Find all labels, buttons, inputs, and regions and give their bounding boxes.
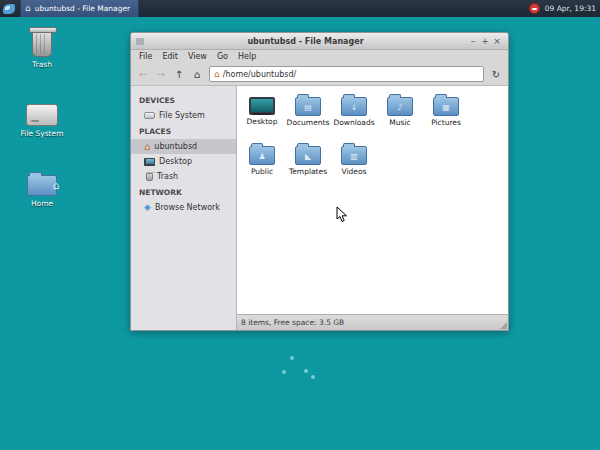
sidebar-item-label: Browse Network [155, 203, 220, 212]
forward-button[interactable]: → [153, 66, 169, 83]
folder-icon: ▤ [295, 97, 321, 116]
home-icon: ⌂ [42, 179, 70, 192]
applications-menu-button[interactable] [0, 0, 18, 17]
desktop-icon-home[interactable]: ⌂ Home [14, 170, 70, 208]
file-view[interactable]: Desktop ▤ Documents ↓ Downloads ♪ [237, 86, 508, 314]
up-icon: ↑ [175, 69, 183, 80]
back-icon: ← [139, 69, 147, 80]
music-emblem-icon: ♪ [388, 98, 412, 117]
back-button[interactable]: ← [135, 66, 151, 83]
home-button[interactable]: ⌂ [189, 66, 205, 83]
desktop-folder-icon [249, 97, 275, 115]
mouse-cursor [336, 206, 348, 223]
minimize-button[interactable]: – [467, 33, 479, 50]
home-icon: ⌂ [25, 0, 31, 17]
taskbar-window-label: ubuntubsd - File Manager [35, 4, 130, 13]
location-home-icon: ⌂ [214, 67, 220, 81]
menu-bar: File Edit View Go Help [131, 50, 508, 63]
trash-icon [32, 30, 52, 57]
location-path: /home/ubuntubsd/ [223, 70, 297, 79]
sidebar-item-trash[interactable]: Trash [131, 169, 236, 184]
trash-icon [146, 173, 153, 181]
window-menu-icon[interactable] [136, 38, 144, 45]
home-icon: ⌂ [144, 142, 150, 152]
sidebar-header-network: NETWORK [131, 184, 236, 200]
maximize-button[interactable]: + [479, 33, 491, 50]
folder-icon: ◣ [295, 146, 321, 165]
file-label: Templates [285, 167, 331, 176]
file-label: Videos [331, 167, 377, 176]
resize-grip[interactable] [500, 322, 507, 329]
menu-go[interactable]: Go [212, 50, 233, 63]
panel-clock[interactable]: 09 Apr, 19:31 [545, 4, 596, 13]
startup-spinner-dot [282, 370, 286, 374]
sidebar-item-desktop[interactable]: Desktop [131, 154, 236, 169]
folder-icon: ↓ [341, 97, 367, 116]
sidebar-item-label: ubuntubsd [154, 142, 197, 151]
startup-spinner-dot [311, 375, 315, 379]
main-column: Desktop ▤ Documents ↓ Downloads ♪ [237, 86, 508, 330]
file-public[interactable]: ♟ Public [239, 143, 285, 188]
file-downloads[interactable]: ↓ Downloads [331, 94, 377, 139]
file-label: Documents [285, 118, 331, 127]
desktop-icon-trash[interactable]: Trash [14, 30, 70, 69]
folder-icon: ▥ [341, 146, 367, 165]
desktop-icon-label: Trash [14, 60, 70, 69]
sidebar-item-home[interactable]: ⌂ ubuntubsd [131, 139, 236, 154]
menu-view[interactable]: View [183, 50, 212, 63]
desktop-icon [144, 158, 155, 166]
file-videos[interactable]: ▥ Videos [331, 143, 377, 188]
home-folder-icon: ⌂ [27, 175, 57, 196]
reload-button[interactable]: ↻ [488, 66, 504, 83]
desktop-icon-label: File System [14, 129, 70, 138]
file-label: Music [377, 118, 423, 127]
sidebar: DEVICES File System PLACES ⌂ ubuntubsd D… [131, 86, 237, 330]
desktop-icon-label: Home [14, 199, 70, 208]
file-templates[interactable]: ◣ Templates [285, 143, 331, 188]
file-music[interactable]: ♪ Music [377, 94, 423, 139]
sidebar-item-label: Desktop [159, 157, 192, 166]
toolbar: ← → ↑ ⌂ ⌂ /home/ubuntubsd/ ↻ [131, 63, 508, 86]
folder-icon: ♪ [387, 97, 413, 116]
status-text: 8 items, Free space: 3.5 GB [241, 318, 344, 327]
public-emblem-icon: ♟ [250, 147, 274, 166]
file-pictures[interactable]: ▦ Pictures [423, 94, 469, 139]
pictures-emblem-icon: ▦ [434, 98, 458, 117]
close-button[interactable]: × [491, 33, 503, 50]
top-panel: ⌂ ubuntubsd - File Manager 09 Apr, 19:31 [0, 0, 600, 17]
status-bar: 8 items, Free space: 3.5 GB [237, 314, 508, 330]
sidebar-item-browse-network[interactable]: ◈ Browse Network [131, 200, 236, 215]
file-documents[interactable]: ▤ Documents [285, 94, 331, 139]
reload-icon: ↻ [492, 69, 500, 80]
sidebar-header-devices: DEVICES [131, 92, 236, 108]
location-bar[interactable]: ⌂ /home/ubuntubsd/ [209, 66, 484, 82]
menu-help[interactable]: Help [233, 50, 261, 63]
menu-edit[interactable]: Edit [157, 50, 183, 63]
distro-logo-icon [3, 4, 15, 14]
file-manager-window: ubuntubsd - File Manager – + × File Edit… [130, 32, 509, 331]
hard-drive-icon [144, 112, 155, 119]
offline-indicator-icon[interactable] [529, 3, 540, 14]
file-desktop[interactable]: Desktop [239, 94, 285, 139]
videos-emblem-icon: ▥ [342, 147, 366, 166]
sidebar-item-label: Trash [157, 172, 178, 181]
window-title: ubuntubsd - File Manager [144, 37, 467, 46]
forward-icon: → [157, 69, 165, 80]
hard-drive-icon [26, 104, 58, 126]
file-label: Desktop [239, 117, 285, 126]
window-titlebar[interactable]: ubuntubsd - File Manager – + × [131, 33, 508, 50]
menu-file[interactable]: File [134, 50, 157, 63]
file-label: Downloads [331, 118, 377, 127]
sidebar-item-label: File System [159, 111, 205, 120]
network-icon: ◈ [144, 203, 151, 212]
taskbar-window-button[interactable]: ⌂ ubuntubsd - File Manager [20, 0, 139, 17]
desktop-icon-file-system[interactable]: File System [14, 98, 70, 138]
sidebar-item-file-system[interactable]: File System [131, 108, 236, 123]
up-button[interactable]: ↑ [171, 66, 187, 83]
downloads-emblem-icon: ↓ [342, 98, 366, 117]
folder-icon: ♟ [249, 146, 275, 165]
documents-emblem-icon: ▤ [296, 98, 320, 117]
sidebar-header-places: PLACES [131, 123, 236, 139]
file-label: Pictures [423, 118, 469, 127]
file-label: Public [239, 167, 285, 176]
